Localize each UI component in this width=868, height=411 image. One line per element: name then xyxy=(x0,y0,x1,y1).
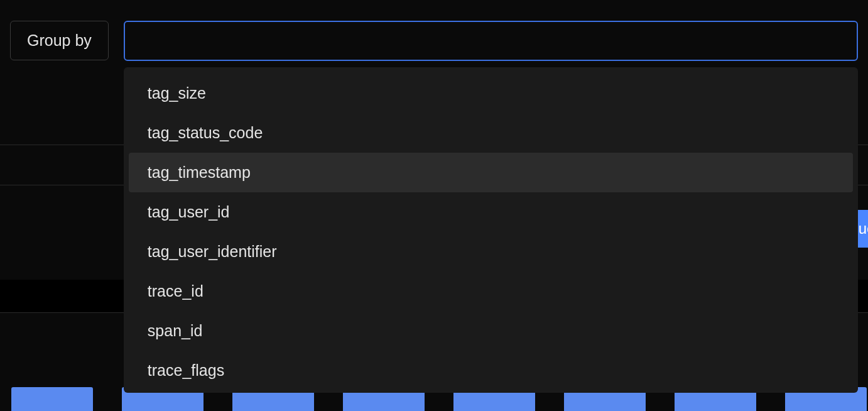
dropdown-option[interactable]: trace_id xyxy=(129,271,853,311)
dropdown-option[interactable]: tag_user_identifier xyxy=(129,232,853,271)
dropdown-option[interactable]: span_id xyxy=(129,311,853,351)
group-by-dropdown: tag_sizetag_status_codetag_timestamptag_… xyxy=(124,67,858,393)
chart-bar xyxy=(11,387,93,411)
dropdown-option[interactable]: trace_flags xyxy=(129,351,853,390)
dropdown-option[interactable]: tag_timestamp xyxy=(129,153,853,192)
group-by-label: Group by xyxy=(10,21,109,60)
dropdown-option[interactable]: tag_size xyxy=(129,74,853,113)
dropdown-option[interactable]: tag_user_id xyxy=(129,192,853,232)
dropdown-option[interactable]: tag_status_code xyxy=(129,113,853,153)
group-by-input[interactable] xyxy=(124,21,858,61)
